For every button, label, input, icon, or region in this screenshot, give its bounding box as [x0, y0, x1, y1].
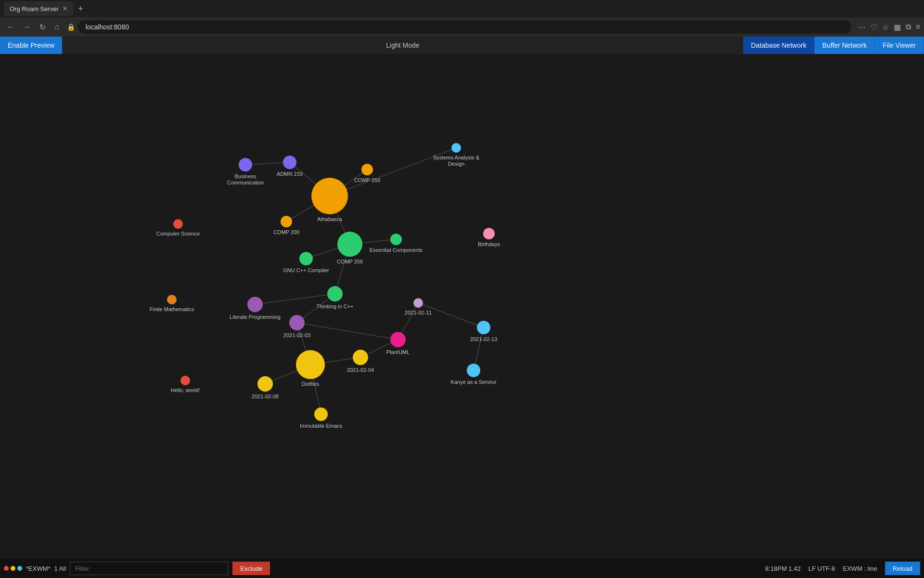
node-athabasca[interactable]	[311, 178, 348, 214]
browser-tab[interactable]: Org Roam Server ✕	[4, 1, 73, 16]
node-essential-components[interactable]	[390, 234, 402, 245]
home-button[interactable]: ⌂	[51, 21, 62, 33]
security-icon: 🔒	[67, 23, 75, 31]
node-systems-analysis[interactable]	[451, 143, 461, 153]
node-comp-206[interactable]	[337, 232, 362, 257]
exclude-button[interactable]: Exclude	[232, 562, 270, 575]
label-plantuml: PlantUML	[386, 349, 410, 355]
label-2021-02-04: 2021-02-04	[347, 367, 374, 373]
tab-overview-icon: ⧉	[906, 23, 911, 31]
label-hello-world: Hello, world!	[171, 387, 200, 393]
label-2021-02-03: 2021-02-03	[283, 332, 310, 338]
bottom-bar: *EXWM* 1 All Exclude 8:18PM 1.42 LF UTF-…	[0, 559, 924, 578]
node-immutable-emacs[interactable]	[314, 407, 328, 421]
node-2021-02-13[interactable]	[477, 321, 490, 334]
node-finite-math[interactable]	[167, 295, 177, 304]
forward-button[interactable]: →	[20, 21, 34, 33]
menu-icon: ≡	[916, 23, 920, 31]
status-mode: EXWM : line	[843, 565, 877, 572]
node-plantuml[interactable]	[390, 332, 406, 347]
node-comp-268[interactable]	[361, 164, 373, 175]
node-comp-200[interactable]	[281, 216, 292, 227]
node-2021-02-08[interactable]	[257, 376, 273, 392]
label-gnu-cpp: GNU C++ Compiler	[283, 267, 329, 273]
back-button[interactable]: ←	[4, 21, 17, 33]
workspace-label: *EXWM*	[26, 565, 51, 572]
star-icon: ☆	[882, 23, 889, 32]
dot-blue	[17, 566, 22, 571]
node-2021-02-11[interactable]	[413, 298, 423, 308]
status-right: 8:18PM 1.42 LF UTF-8 EXWM : line Reload	[765, 562, 920, 575]
node-business-comm[interactable]	[239, 158, 252, 171]
nav-tabs: Database Network Buffer Network File Vie…	[743, 37, 924, 54]
app-toolbar: Enable Preview Light Mode Database Netwo…	[0, 37, 924, 54]
label-2021-02-08: 2021-02-08	[252, 394, 279, 399]
label-comp-268: COMP 268	[354, 177, 380, 183]
node-dotfiles[interactable]	[296, 350, 325, 379]
node-gnu-cpp[interactable]	[299, 252, 313, 265]
graph-area: BusinessCommunicationADMN 233COMP 268Sys…	[0, 54, 924, 560]
tab-file-viewer[interactable]: File Viewer	[875, 37, 924, 54]
network-graph[interactable]: BusinessCommunicationADMN 233COMP 268Sys…	[0, 54, 924, 560]
enable-preview-button[interactable]: Enable Preview	[0, 37, 62, 54]
label-literate-prog: Literate Programming	[230, 314, 281, 320]
node-kanye[interactable]	[467, 364, 480, 377]
dot-yellow	[11, 566, 15, 571]
extensions-icon: ⋯	[858, 23, 866, 32]
label-dotfiles: Dotfiles	[302, 381, 320, 387]
label-2021-02-13: 2021-02-13	[470, 336, 497, 342]
reload-page-button[interactable]: ↻	[37, 21, 49, 34]
label-systems-analysis: Systems Analysis &Design	[433, 155, 480, 167]
label-athabasca: Athabasca	[317, 216, 343, 222]
tab-database-network[interactable]: Database Network	[743, 37, 814, 54]
node-birthdays[interactable]	[483, 228, 495, 239]
label-computer-science: Computer Science	[156, 231, 200, 236]
reload-button[interactable]: Reload	[885, 562, 920, 575]
node-literate-prog[interactable]	[247, 297, 263, 312]
label-admn-233: ADMN 233	[277, 171, 303, 177]
label-birthdays: Birthdays	[478, 241, 500, 247]
label-thinking-cpp: Thinking in C++	[316, 303, 353, 309]
bookmark-icon: ♡	[871, 23, 877, 32]
node-thinking-cpp[interactable]	[327, 286, 343, 302]
dot-red	[4, 566, 9, 571]
sidebar-icon: ▦	[894, 23, 901, 32]
label-2021-02-11: 2021-02-11	[405, 310, 432, 315]
node-computer-science[interactable]	[173, 219, 183, 229]
label-finite-math: Finite Mathematics	[150, 306, 194, 312]
new-tab-button[interactable]: +	[75, 4, 86, 14]
node-admn-233[interactable]	[283, 156, 296, 169]
label-business-comm: BusinessCommunication	[227, 173, 264, 185]
filter-input[interactable]	[70, 562, 229, 575]
svg-line-12	[297, 323, 398, 340]
mode-label: Light Mode	[62, 41, 743, 49]
desktop-label: 1 All	[54, 565, 66, 572]
label-immutable-emacs: Immutable Emacs	[300, 423, 343, 429]
address-bar[interactable]	[78, 20, 851, 34]
status-time: 8:18PM 1.42	[765, 565, 801, 572]
tab-close-button[interactable]: ✕	[63, 5, 67, 12]
tab-title: Org Roam Server	[10, 5, 59, 13]
label-essential-components: Essential Components	[370, 247, 423, 253]
label-comp-200: COMP 200	[273, 229, 299, 235]
tab-buffer-network[interactable]: Buffer Network	[815, 37, 875, 54]
label-comp-206: COMP 206	[337, 259, 363, 264]
node-2021-02-04[interactable]	[353, 350, 368, 365]
node-2021-02-03[interactable]	[289, 315, 305, 330]
status-dots	[4, 566, 22, 571]
label-kanye: Kanye as a Service	[451, 379, 497, 385]
status-encoding: LF UTF-8	[808, 565, 835, 572]
node-hello-world[interactable]	[180, 376, 190, 385]
